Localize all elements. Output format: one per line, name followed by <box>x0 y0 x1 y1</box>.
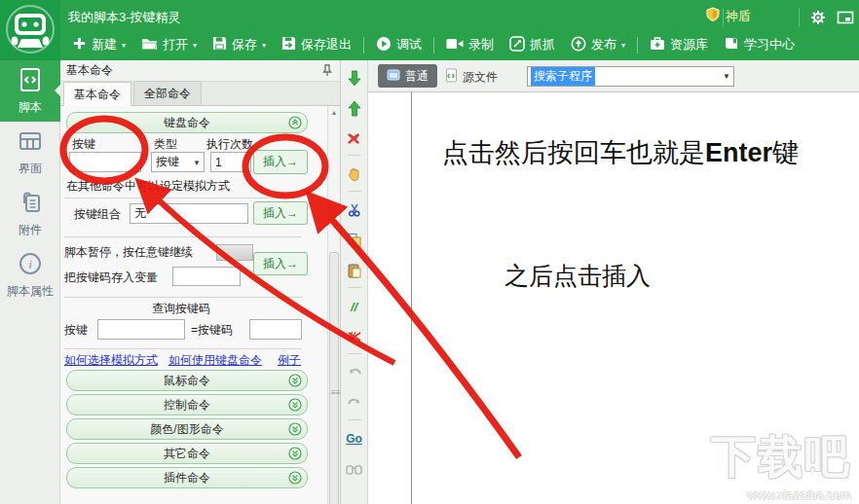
window-mode-icon[interactable] <box>836 8 855 27</box>
section-keyboard-commands[interactable]: 键盘命令 <box>66 112 308 133</box>
expand-icon[interactable] <box>288 447 302 460</box>
camera-icon <box>446 37 464 54</box>
sidebar-item-attachment[interactable]: 附件 <box>0 183 60 244</box>
expand-icon[interactable] <box>288 398 302 412</box>
section-other-commands[interactable]: 其它命令 <box>66 443 308 464</box>
script-editor[interactable]: 点击然后按回车也就是Enter键 之后点击插入 <box>368 92 859 504</box>
divider <box>64 297 302 298</box>
caret-down-icon[interactable]: ▾ <box>193 41 197 50</box>
redo-icon[interactable] <box>345 393 364 413</box>
shield-label: 神盾 <box>726 8 751 25</box>
strip-divider <box>348 287 361 288</box>
sidebar-item-script[interactable]: 脚本 <box>0 60 60 122</box>
key-combo-input[interactable]: 无 <box>130 203 248 224</box>
insert-pause-button[interactable]: 插入→ <box>253 252 308 275</box>
subroutine-search-dropdown[interactable]: 搜索子程序 ▼ <box>527 66 734 87</box>
divider <box>64 348 302 349</box>
debug-button[interactable]: 调试 <box>368 32 430 57</box>
toolbar-divider <box>637 37 638 54</box>
insert-key-button[interactable]: 插入→ <box>253 150 308 174</box>
collapse-icon[interactable] <box>288 116 302 129</box>
shield-badge[interactable]: 神盾 <box>705 7 751 25</box>
insert-combo-button[interactable]: 插入→ <box>253 201 308 225</box>
tab-normal-view[interactable]: 普通 <box>378 64 437 88</box>
section-plugin-commands[interactable]: 插件命令 <box>66 467 308 488</box>
panel-scrollbar[interactable]: ▲ ≡≡ <box>327 106 340 504</box>
tab-all-commands[interactable]: 全部命令 <box>133 81 202 105</box>
grab-icon <box>509 36 525 54</box>
toolbar-divider <box>363 37 364 54</box>
move-down-icon[interactable] <box>345 68 364 88</box>
pause-option-box[interactable] <box>216 244 253 261</box>
view-toolbar: 普通 源文件 搜索子程序 ▼ <box>368 60 859 92</box>
panel-title: 基本命令 <box>66 62 113 79</box>
count-label: 执行次数 <box>206 136 253 153</box>
find-icon[interactable] <box>345 459 364 479</box>
grab-button[interactable]: 抓抓 <box>502 32 563 57</box>
new-button[interactable]: 新建 ▾ <box>64 32 133 57</box>
query-keycode-title: 查询按键码 <box>60 301 302 317</box>
scrollbar-thumb[interactable]: ≡≡ <box>329 252 339 504</box>
expand-icon[interactable] <box>288 422 302 436</box>
expand-icon[interactable] <box>288 471 302 485</box>
app-logo <box>0 0 60 60</box>
copy-icon[interactable] <box>345 231 364 250</box>
record-button[interactable]: 录制 <box>438 32 502 57</box>
pause-label: 脚本暂停，按任意键继续 <box>64 244 193 261</box>
key-input[interactable] <box>69 152 141 172</box>
uncomment-icon[interactable]: // <box>345 327 364 346</box>
learn-center-button[interactable]: 学习中心 <box>716 32 803 57</box>
link-how-simulation[interactable]: 如何选择模拟方式 <box>64 352 158 369</box>
divider <box>64 236 302 237</box>
tab-basic-commands[interactable]: 基本命令 <box>63 82 131 106</box>
simulation-hint: 在其他命令中可以设定模拟方式 <box>66 178 230 195</box>
plus-icon <box>72 36 87 54</box>
resource-library-button[interactable]: 资源库 <box>642 32 716 57</box>
left-sidebar: 脚本 界面 附件 i 脚本属性 <box>0 60 60 504</box>
undo-icon[interactable] <box>345 363 364 382</box>
publish-button[interactable]: 发布 ▾ <box>563 32 633 57</box>
open-button[interactable]: 打开 ▾ <box>133 32 205 57</box>
store-keycode-input[interactable] <box>172 267 241 286</box>
main-toolbar: 新建 ▾ 打开 ▾ 保存 ▾ 保存退出 调试 录制 抓抓 <box>64 30 803 59</box>
comment-icon[interactable]: // <box>345 297 364 316</box>
shield-icon <box>705 7 721 25</box>
save-exit-button[interactable]: 保存退出 <box>274 32 359 57</box>
toolbar-divider <box>433 37 434 54</box>
caret-down-icon[interactable]: ▾ <box>122 41 126 50</box>
key-combo-label: 按键组合 <box>74 206 121 223</box>
expand-icon[interactable] <box>288 374 302 387</box>
sidebar-item-script-properties[interactable]: i 脚本属性 <box>0 244 60 306</box>
tab-source-view[interactable]: 源文件 <box>444 68 498 86</box>
hand-icon[interactable] <box>345 164 364 184</box>
query-key-label: 按键 <box>64 322 88 339</box>
sidebar-item-interface[interactable]: 界面 <box>0 122 60 183</box>
query-eq-label: =按键码 <box>191 322 233 339</box>
pin-icon[interactable] <box>321 64 333 80</box>
section-color-graphic-commands[interactable]: 颜色/图形命令 <box>66 418 308 440</box>
command-panel: 基本命令 基本命令 全部命令 键盘命令 按键 类型 执行次数 按键 ▼ 1 插入… <box>60 60 341 504</box>
link-example[interactable]: 例子 <box>278 352 301 369</box>
delete-icon[interactable] <box>345 128 364 148</box>
section-mouse-commands[interactable]: 鼠标命令 <box>66 370 308 391</box>
cut-icon[interactable] <box>345 200 364 220</box>
section-control-commands[interactable]: 控制命令 <box>66 394 308 415</box>
query-key-input[interactable] <box>97 319 185 340</box>
panel-tabs: 基本命令 全部命令 <box>60 82 340 106</box>
save-button[interactable]: 保存 ▾ <box>205 32 274 57</box>
caret-down-icon[interactable]: ▾ <box>621 41 625 50</box>
count-input[interactable]: 1 <box>210 152 251 172</box>
query-keycode-input[interactable] <box>249 319 302 340</box>
paste-icon[interactable] <box>345 261 364 280</box>
source-file-icon <box>444 68 458 86</box>
paperclip-icon <box>18 190 43 218</box>
info-icon: i <box>18 251 43 279</box>
move-up-icon[interactable] <box>345 98 364 118</box>
goto-icon[interactable]: Go <box>345 429 364 449</box>
scroll-up-icon[interactable]: ▲ <box>328 106 340 119</box>
link-how-keyboard[interactable]: 如何使用键盘命令 <box>168 352 262 369</box>
type-select[interactable]: 按键 ▼ <box>151 152 205 172</box>
titlebar-separator <box>799 8 800 27</box>
gear-icon[interactable] <box>808 8 828 27</box>
caret-down-icon[interactable]: ▾ <box>262 41 266 50</box>
